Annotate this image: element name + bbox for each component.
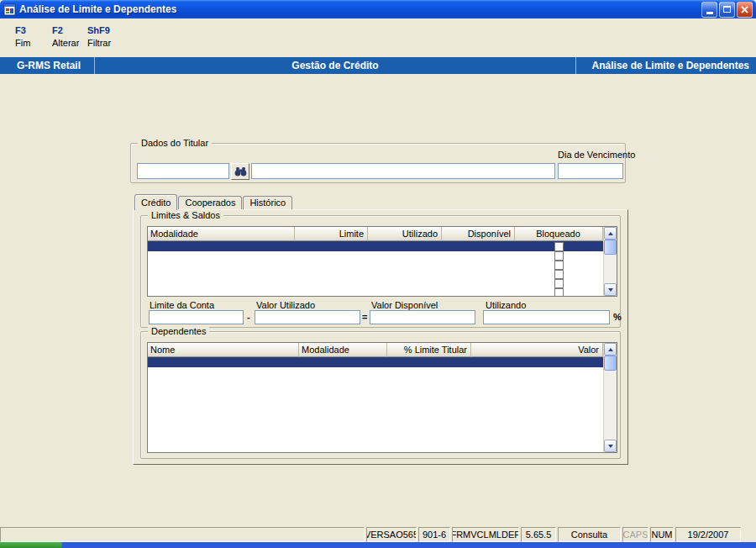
status-mode: Consulta xyxy=(558,527,621,542)
tab-historico[interactable]: Histórico xyxy=(243,196,292,209)
toolbar-button-fim[interactable]: F3 Fim xyxy=(15,25,30,48)
tab-credito[interactable]: Crédito xyxy=(134,194,177,210)
toolbar-button-alterar[interactable]: F2 Alterar xyxy=(52,25,79,48)
titlebar[interactable]: Análise de Limite e Dependentes xyxy=(0,0,756,18)
titular-code-input[interactable] xyxy=(137,163,229,179)
arrow-up-icon xyxy=(608,348,613,351)
limites-grid-header: Modalidade Limite Utilizado Disponível B… xyxy=(148,227,603,241)
column-header-nome: Nome xyxy=(148,343,299,357)
titular-legend: Dados do Titular xyxy=(138,138,212,148)
column-header-limite: Limite xyxy=(295,227,368,241)
titular-groupbox: Dados do Titular Dia de Vencimento xyxy=(130,143,626,183)
utilizando-input[interactable] xyxy=(483,310,610,324)
start-button[interactable] xyxy=(0,542,62,548)
dependentes-grid-body xyxy=(148,357,603,452)
limites-legend: Limites & Saldos xyxy=(148,210,223,220)
scrollbar-thumb[interactable] xyxy=(604,356,617,371)
limites-scrollbar[interactable] xyxy=(603,227,617,296)
close-button[interactable] xyxy=(737,2,753,18)
shortcut-key: ShF9 xyxy=(87,25,111,35)
scroll-down-button[interactable] xyxy=(604,440,617,452)
taskbar xyxy=(0,542,756,548)
module-title: Gestão de Crédito xyxy=(95,60,575,71)
scrollbar-thumb[interactable] xyxy=(604,240,617,255)
column-header-modalidade: Modalidade xyxy=(299,343,387,357)
screen-title: Análise de Limite e Dependentes xyxy=(576,60,756,71)
limites-groupbox: Limites & Saldos Modalidade Limite Utili… xyxy=(140,215,621,328)
dependentes-row-selected[interactable] xyxy=(148,357,603,367)
dependentes-scrollbar[interactable] xyxy=(603,343,617,452)
app-name: G-RMS Retail xyxy=(0,60,94,71)
status-num-indicator: NUM xyxy=(650,527,674,542)
limites-grid-body xyxy=(148,241,603,296)
arrow-up-icon xyxy=(608,232,613,235)
bloqueado-checkbox[interactable] xyxy=(554,279,564,288)
restore-button[interactable] xyxy=(719,2,735,18)
scroll-up-button[interactable] xyxy=(604,343,617,356)
limites-row[interactable] xyxy=(148,261,603,270)
column-header-limite-titular: % Limite Titular xyxy=(387,343,471,357)
window-controls xyxy=(701,2,753,18)
percent-sign: % xyxy=(613,312,622,322)
column-header-bloqueado: Bloqueado xyxy=(515,227,603,241)
dependentes-grid[interactable]: Nome Modalidade % Limite Titular Valor xyxy=(147,342,617,453)
valor-disponivel-label: Valor Disponível xyxy=(371,300,438,310)
vencimento-input[interactable] xyxy=(558,163,623,179)
limites-row[interactable] xyxy=(148,251,603,261)
arrow-down-icon xyxy=(608,288,613,292)
titular-name-input[interactable] xyxy=(251,163,555,179)
limites-row[interactable] xyxy=(148,270,603,279)
module-header: G-RMS Retail Gestão de Crédito Análise d… xyxy=(0,57,756,74)
minimize-button[interactable] xyxy=(701,2,717,18)
bloqueado-checkbox[interactable] xyxy=(554,288,564,296)
status-date: 19/2/2007 xyxy=(675,527,741,542)
limites-row[interactable] xyxy=(148,279,603,288)
dependentes-grid-header: Nome Modalidade % Limite Titular Valor xyxy=(148,343,603,357)
scroll-down-button[interactable] xyxy=(604,283,617,296)
tab-bar: Crédito Cooperados Histórico xyxy=(134,193,293,209)
valor-utilizado-input[interactable] xyxy=(255,310,360,324)
shortcut-key: F2 xyxy=(52,25,79,35)
vencimento-label: Dia de Vencimento xyxy=(558,150,635,160)
scroll-up-button[interactable] xyxy=(604,227,617,240)
shortcut-key: F3 xyxy=(15,25,30,35)
shortcut-label: Fim xyxy=(15,38,30,48)
toolbar-button-filtrar[interactable]: ShF9 Filtrar xyxy=(87,25,111,48)
equals-operator: = xyxy=(362,312,367,322)
status-version: VERSAO565 xyxy=(366,527,417,542)
bloqueado-checkbox[interactable] xyxy=(554,251,564,261)
search-button[interactable] xyxy=(231,163,249,180)
dependentes-legend: Dependentes xyxy=(148,326,209,336)
status-filler xyxy=(0,527,365,542)
tab-panel: Limites & Saldos Modalidade Limite Utili… xyxy=(133,209,628,465)
limites-row-selected[interactable] xyxy=(148,241,603,251)
status-bar: VERSAO565 901-6 FRMVCLMLDEP 5.65.5 Consu… xyxy=(0,527,756,542)
app-icon xyxy=(3,3,16,16)
status-tail xyxy=(743,527,756,542)
column-header-disponivel: Disponível xyxy=(442,227,515,241)
status-build: 5.65.5 xyxy=(521,527,556,542)
limite-conta-label: Limite da Conta xyxy=(150,300,214,310)
column-header-valor: Valor xyxy=(471,343,603,357)
status-code: 901-6 xyxy=(418,527,450,542)
column-header-utilizado: Utilizado xyxy=(368,227,442,241)
shortcut-label: Alterar xyxy=(52,38,79,48)
bloqueado-checkbox[interactable] xyxy=(554,270,564,279)
limite-conta-input[interactable] xyxy=(149,310,244,324)
bloqueado-checkbox[interactable] xyxy=(554,242,564,251)
app-window: Análise de Limite e Dependentes F3 Fim F… xyxy=(0,0,756,542)
limites-row[interactable] xyxy=(148,288,603,296)
minimize-icon xyxy=(706,12,713,14)
utilizando-label: Utilizando xyxy=(486,300,526,310)
minus-operator: - xyxy=(247,312,250,322)
valor-disponivel-input[interactable] xyxy=(370,310,475,324)
dependentes-groupbox: Dependentes Nome Modalidade % Limite Tit… xyxy=(140,331,621,459)
bloqueado-checkbox[interactable] xyxy=(554,261,564,270)
window-title: Análise de Limite e Dependentes xyxy=(19,3,701,15)
column-header-modalidade: Modalidade xyxy=(148,227,295,241)
limites-grid[interactable]: Modalidade Limite Utilizado Disponível B… xyxy=(147,226,617,297)
status-caps-indicator: CAPS xyxy=(622,527,648,542)
tab-cooperados[interactable]: Cooperados xyxy=(178,196,242,209)
arrow-down-icon xyxy=(608,445,613,448)
restore-icon xyxy=(723,6,731,13)
